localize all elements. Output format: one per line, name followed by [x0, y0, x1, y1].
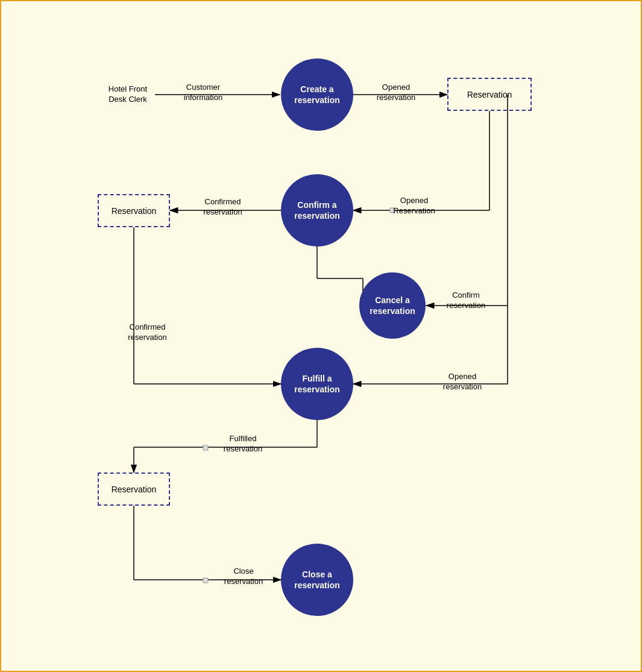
label-customer-info: Customerinformation	[170, 83, 236, 103]
label-fulfilled-reservation: Fulfilledreservation	[210, 434, 276, 454]
junction-close	[203, 578, 208, 583]
create-reservation-node: Create areservation	[281, 58, 353, 131]
close-reservation-node: Close areservation	[281, 544, 353, 616]
label-close-reservation: Closereservation	[210, 567, 277, 587]
diagram-container: Create areservation Confirm areservation…	[0, 0, 642, 672]
label-confirm-reservation: Confirmreservation	[433, 290, 499, 311]
reservation-box-1: Reservation	[447, 78, 532, 111]
label-opened-reservation-1: Openedreservation	[363, 83, 429, 103]
cancel-reservation-node: Cancel areservation	[359, 272, 426, 339]
reservation-box-3: Reservation	[98, 473, 170, 506]
junction-fulfilled	[203, 445, 208, 450]
label-opened-reservation-3: Openedreservation	[429, 372, 496, 392]
label-confirmed-reservation-1: Confirmedreservation	[188, 197, 257, 218]
reservation-box-2: Reservation	[98, 194, 170, 227]
label-confirmed-reservation-2: Confirmedreservation	[113, 322, 182, 343]
label-opened-reservation-2: OpenedReservation	[381, 196, 447, 216]
confirm-reservation-node: Confirm areservation	[281, 174, 353, 247]
label-hotel-clerk: Hotel FrontDesk Clerk	[95, 84, 161, 105]
fulfill-reservation-node: Fulfill areservation	[281, 348, 353, 420]
